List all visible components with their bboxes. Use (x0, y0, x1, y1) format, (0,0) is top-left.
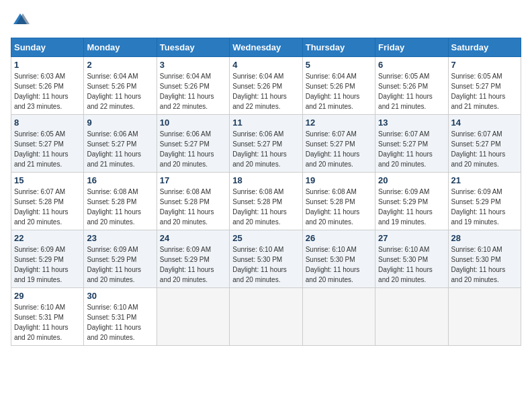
day-number: 3 (160, 60, 226, 70)
calendar-day-cell: 15Sunrise: 6:07 AM Sunset: 5:28 PM Dayli… (11, 173, 84, 230)
calendar-day-cell: 22Sunrise: 6:09 AM Sunset: 5:29 PM Dayli… (11, 230, 84, 288)
day-number: 18 (232, 175, 299, 185)
day-info: Sunrise: 6:04 AM Sunset: 5:26 PM Dayligh… (306, 71, 372, 111)
calendar-day-cell: 20Sunrise: 6:09 AM Sunset: 5:29 PM Dayli… (375, 173, 448, 230)
day-number: 16 (87, 175, 153, 185)
calendar-day-cell: 4Sunrise: 6:04 AM Sunset: 5:26 PM Daylig… (230, 57, 302, 115)
calendar-day-cell: 18Sunrise: 6:08 AM Sunset: 5:28 PM Dayli… (230, 173, 302, 230)
day-info: Sunrise: 6:09 AM Sunset: 5:29 PM Dayligh… (14, 244, 81, 285)
day-of-week-header: Saturday (448, 38, 521, 57)
calendar-day-cell: 21Sunrise: 6:09 AM Sunset: 5:29 PM Dayli… (448, 173, 521, 230)
day-info: Sunrise: 6:07 AM Sunset: 5:27 PM Dayligh… (306, 129, 372, 169)
day-info: Sunrise: 6:06 AM Sunset: 5:27 PM Dayligh… (160, 129, 226, 169)
calendar-day-cell: 6Sunrise: 6:05 AM Sunset: 5:26 PM Daylig… (375, 57, 448, 115)
calendar-day-cell: 2Sunrise: 6:04 AM Sunset: 5:26 PM Daylig… (84, 57, 157, 115)
logo (11, 11, 32, 30)
day-info: Sunrise: 6:09 AM Sunset: 5:29 PM Dayligh… (160, 244, 226, 285)
day-number: 4 (232, 60, 299, 70)
calendar-day-cell: 26Sunrise: 6:10 AM Sunset: 5:30 PM Dayli… (302, 230, 375, 288)
empty-day-cell (157, 288, 229, 346)
day-number: 26 (306, 233, 372, 243)
calendar-day-cell: 14Sunrise: 6:07 AM Sunset: 5:27 PM Dayli… (448, 115, 521, 173)
calendar-day-cell: 11Sunrise: 6:06 AM Sunset: 5:27 PM Dayli… (230, 115, 302, 173)
calendar-week-row: 22Sunrise: 6:09 AM Sunset: 5:29 PM Dayli… (11, 230, 521, 288)
logo-icon (11, 11, 30, 30)
day-number: 11 (232, 118, 299, 128)
day-info: Sunrise: 6:03 AM Sunset: 5:26 PM Dayligh… (14, 71, 81, 111)
calendar-day-cell: 7Sunrise: 6:05 AM Sunset: 5:27 PM Daylig… (448, 57, 521, 115)
calendar-day-cell: 1Sunrise: 6:03 AM Sunset: 5:26 PM Daylig… (11, 57, 84, 115)
day-of-week-header: Thursday (302, 38, 375, 57)
empty-day-cell (230, 288, 302, 346)
day-number: 25 (232, 233, 299, 243)
day-number: 10 (160, 118, 226, 128)
day-number: 17 (160, 175, 226, 185)
day-info: Sunrise: 6:07 AM Sunset: 5:28 PM Dayligh… (14, 187, 81, 227)
day-info: Sunrise: 6:07 AM Sunset: 5:27 PM Dayligh… (378, 129, 445, 169)
calendar-day-cell: 8Sunrise: 6:05 AM Sunset: 5:27 PM Daylig… (11, 115, 84, 173)
day-number: 14 (451, 118, 518, 128)
day-number: 21 (451, 175, 518, 185)
day-number: 29 (14, 291, 81, 301)
calendar-week-row: 8Sunrise: 6:05 AM Sunset: 5:27 PM Daylig… (11, 115, 521, 173)
calendar-day-cell: 30Sunrise: 6:10 AM Sunset: 5:31 PM Dayli… (84, 288, 157, 346)
day-info: Sunrise: 6:04 AM Sunset: 5:26 PM Dayligh… (232, 71, 299, 111)
day-number: 13 (378, 118, 445, 128)
calendar-day-cell: 3Sunrise: 6:04 AM Sunset: 5:26 PM Daylig… (157, 57, 229, 115)
calendar-day-cell: 16Sunrise: 6:08 AM Sunset: 5:28 PM Dayli… (84, 173, 157, 230)
day-number: 8 (14, 118, 81, 128)
day-number: 27 (378, 233, 445, 243)
calendar-table: SundayMondayTuesdayWednesdayThursdayFrid… (11, 38, 521, 346)
day-number: 15 (14, 175, 81, 185)
day-info: Sunrise: 6:10 AM Sunset: 5:30 PM Dayligh… (451, 244, 518, 285)
calendar-day-cell: 28Sunrise: 6:10 AM Sunset: 5:30 PM Dayli… (448, 230, 521, 288)
day-number: 22 (14, 233, 81, 243)
empty-day-cell (302, 288, 375, 346)
day-info: Sunrise: 6:06 AM Sunset: 5:27 PM Dayligh… (87, 129, 153, 169)
calendar-day-cell: 17Sunrise: 6:08 AM Sunset: 5:28 PM Dayli… (157, 173, 229, 230)
day-number: 6 (378, 60, 445, 70)
day-number: 12 (306, 118, 372, 128)
day-of-week-header: Tuesday (157, 38, 229, 57)
calendar-day-cell: 23Sunrise: 6:09 AM Sunset: 5:29 PM Dayli… (84, 230, 157, 288)
day-number: 9 (87, 118, 153, 128)
day-of-week-header: Monday (84, 38, 157, 57)
day-info: Sunrise: 6:04 AM Sunset: 5:26 PM Dayligh… (87, 71, 153, 111)
calendar-week-row: 15Sunrise: 6:07 AM Sunset: 5:28 PM Dayli… (11, 173, 521, 230)
calendar-day-cell: 24Sunrise: 6:09 AM Sunset: 5:29 PM Dayli… (157, 230, 229, 288)
day-info: Sunrise: 6:09 AM Sunset: 5:29 PM Dayligh… (87, 244, 153, 285)
calendar-day-cell: 13Sunrise: 6:07 AM Sunset: 5:27 PM Dayli… (375, 115, 448, 173)
calendar-day-cell: 5Sunrise: 6:04 AM Sunset: 5:26 PM Daylig… (302, 57, 375, 115)
day-info: Sunrise: 6:10 AM Sunset: 5:31 PM Dayligh… (14, 302, 81, 342)
day-info: Sunrise: 6:08 AM Sunset: 5:28 PM Dayligh… (160, 187, 226, 227)
empty-day-cell (375, 288, 448, 346)
day-info: Sunrise: 6:04 AM Sunset: 5:26 PM Dayligh… (160, 71, 226, 111)
day-info: Sunrise: 6:05 AM Sunset: 5:27 PM Dayligh… (14, 129, 81, 169)
day-info: Sunrise: 6:08 AM Sunset: 5:28 PM Dayligh… (306, 187, 372, 227)
calendar-week-row: 29Sunrise: 6:10 AM Sunset: 5:31 PM Dayli… (11, 288, 521, 346)
calendar-day-cell: 19Sunrise: 6:08 AM Sunset: 5:28 PM Dayli… (302, 173, 375, 230)
calendar-day-cell: 27Sunrise: 6:10 AM Sunset: 5:30 PM Dayli… (375, 230, 448, 288)
calendar-day-cell: 25Sunrise: 6:10 AM Sunset: 5:30 PM Dayli… (230, 230, 302, 288)
day-info: Sunrise: 6:05 AM Sunset: 5:26 PM Dayligh… (378, 71, 445, 111)
day-number: 2 (87, 60, 153, 70)
empty-day-cell (448, 288, 521, 346)
day-info: Sunrise: 6:05 AM Sunset: 5:27 PM Dayligh… (451, 71, 518, 111)
page-header (11, 11, 521, 30)
day-of-week-header: Wednesday (230, 38, 302, 57)
day-info: Sunrise: 6:10 AM Sunset: 5:30 PM Dayligh… (306, 244, 372, 285)
day-info: Sunrise: 6:09 AM Sunset: 5:29 PM Dayligh… (378, 187, 445, 227)
day-info: Sunrise: 6:08 AM Sunset: 5:28 PM Dayligh… (232, 187, 299, 227)
calendar-day-cell: 9Sunrise: 6:06 AM Sunset: 5:27 PM Daylig… (84, 115, 157, 173)
day-info: Sunrise: 6:07 AM Sunset: 5:27 PM Dayligh… (451, 129, 518, 169)
day-info: Sunrise: 6:10 AM Sunset: 5:30 PM Dayligh… (378, 244, 445, 285)
day-number: 24 (160, 233, 226, 243)
day-number: 23 (87, 233, 153, 243)
day-of-week-header: Friday (375, 38, 448, 57)
day-info: Sunrise: 6:08 AM Sunset: 5:28 PM Dayligh… (87, 187, 153, 227)
day-info: Sunrise: 6:06 AM Sunset: 5:27 PM Dayligh… (232, 129, 299, 169)
day-of-week-header: Sunday (11, 38, 84, 57)
day-info: Sunrise: 6:09 AM Sunset: 5:29 PM Dayligh… (451, 187, 518, 227)
day-number: 1 (14, 60, 81, 70)
day-number: 19 (306, 175, 372, 185)
